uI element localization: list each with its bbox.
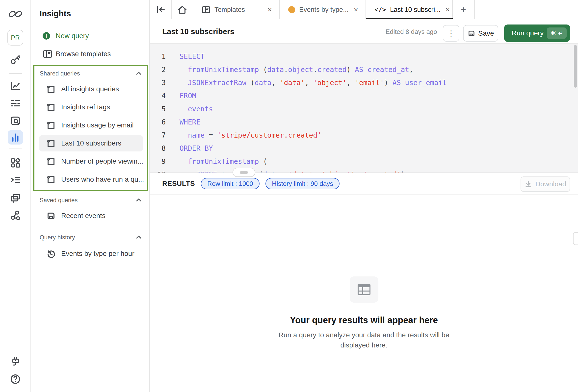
tab-bar: Templates × Events by type... × </> Last… [150, 0, 578, 19]
save-button[interactable]: Save [463, 25, 498, 42]
new-tab-button[interactable]: + [453, 0, 475, 19]
page-title: Last 10 subscribers [162, 20, 234, 44]
tab-label: Templates [214, 6, 245, 14]
chevron-up-icon[interactable] [136, 198, 142, 202]
sidebar-item-events-by-type-per-hour[interactable]: Events by type per hour [39, 246, 143, 262]
explore-search-icon[interactable] [10, 115, 21, 127]
sidebar-item-recent-events[interactable]: Recent events [39, 208, 143, 224]
code-line[interactable]: 6WHERE [150, 116, 578, 129]
run-query-button[interactable]: Run query ⌘ ↵ [504, 25, 570, 42]
item-label: Last 10 subscribers [61, 139, 121, 147]
close-tab-icon[interactable]: × [262, 5, 272, 14]
close-tab-icon[interactable]: × [440, 5, 450, 14]
more-options-button[interactable]: ⋮ [443, 25, 459, 42]
sql-editor[interactable]: 1SELECT2 fromUnixTimestamp (data.object.… [150, 44, 578, 173]
tab-events-by-type[interactable]: Events by type... × [280, 0, 366, 19]
empty-state-tile [350, 276, 378, 303]
new-query-button[interactable]: + New query [31, 29, 149, 43]
shared-query-icon [46, 102, 55, 112]
code-text: WHERE [180, 116, 200, 129]
tab-bar-end-divider [475, 0, 475, 19]
new-query-label: New query [56, 32, 89, 40]
browse-templates-button[interactable]: Browse templates [31, 47, 149, 61]
help-icon[interactable] [10, 373, 21, 385]
line-number: 2 [150, 63, 166, 77]
save-label: Save [478, 29, 494, 37]
code-text: FROM [180, 89, 196, 103]
rail-divider [9, 73, 22, 74]
close-tab-icon[interactable]: × [349, 5, 358, 14]
section-query-history: Query history [40, 234, 75, 241]
item-label: Insights ref tags [61, 103, 110, 111]
code-text: fromUnixTimestamp ( [180, 155, 267, 168]
app-window: PR [0, 0, 578, 392]
results-label: RESULTS [162, 180, 195, 188]
sidebar-item-last-10-subscribers[interactable]: Last 10 subscribers [39, 135, 143, 151]
sidebar-item-number-of-people-viewing[interactable]: Number of people viewin... [39, 153, 143, 170]
home-button[interactable] [172, 0, 193, 19]
query-header: Last 10 subscribers Edited 8 days ago ⋮ … [150, 20, 578, 44]
tab-last-10-subscribers[interactable]: </> Last 10 subscri... × [366, 0, 453, 19]
results-header: RESULTS Row limit : 1000 History limit :… [150, 173, 578, 195]
line-number: 3 [150, 76, 166, 89]
icon-rail: PR [0, 0, 31, 392]
side-panel-handle[interactable] [573, 232, 578, 245]
code-line[interactable]: 9 fromUnixTimestamp ( [150, 155, 578, 168]
code-line[interactable]: 1SELECT [150, 50, 578, 63]
panel-resize-handle[interactable] [233, 168, 255, 177]
code-text: JSONExtractRaw (data, 'data', 'object', … [180, 76, 447, 89]
sidebar-item-insights-ref-tags[interactable]: Insights ref tags [39, 99, 143, 115]
code-text: SELECT [180, 50, 204, 63]
sidebar-title: Insights [40, 9, 71, 18]
sidebar-item-all-insights-queries[interactable]: All insights queries [39, 81, 143, 97]
editor-scrollbar-thumb[interactable] [574, 45, 577, 87]
kebab-icon: ⋮ [447, 29, 455, 38]
saved-query-icon [46, 211, 55, 220]
history-limit-pill[interactable]: History limit : 90 days [265, 178, 339, 189]
item-label: Events by type per hour [61, 250, 135, 258]
code-line[interactable]: 10 JSONExtractInt (data, 'data', 'object… [150, 168, 578, 173]
chevron-up-icon[interactable] [136, 235, 142, 239]
windows-copy-icon[interactable] [10, 192, 21, 204]
shared-query-icon [46, 139, 55, 148]
line-number: 7 [150, 129, 166, 142]
plus-icon: + [461, 4, 466, 15]
code-line[interactable]: 4FROM [150, 89, 578, 103]
line-number: 8 [150, 142, 166, 155]
insights-bar-chart-icon[interactable] [10, 132, 21, 143]
enter-key-icon: ↵ [558, 30, 563, 37]
download-label: Download [535, 180, 566, 188]
trends-chart-icon[interactable] [10, 80, 21, 91]
terminal-logs-icon[interactable] [10, 174, 21, 186]
event-list-icon[interactable] [10, 97, 21, 109]
chevron-up-icon[interactable] [136, 71, 142, 76]
line-number: 1 [150, 50, 166, 63]
code-line[interactable]: 8ORDER BY [150, 142, 578, 155]
sidebar-item-insights-usage-by-email[interactable]: Insights usage by email [39, 117, 143, 133]
collapse-sidebar-button[interactable] [150, 0, 172, 19]
avatar[interactable]: PR [7, 30, 23, 45]
item-label: Recent events [61, 212, 105, 220]
connected-nodes-icon[interactable] [10, 210, 21, 221]
code-text: name = 'stripe/customer.created' [180, 129, 321, 142]
item-label: All insights queries [61, 85, 119, 93]
empty-state-description: Run a query to analyze your data and the… [265, 330, 463, 350]
section-saved-queries: Saved queries [40, 197, 78, 204]
api-keys-icon[interactable] [10, 54, 21, 65]
sidebar-item-users-who-have-run-a-query[interactable]: Users who have run a qu... [39, 171, 143, 188]
save-floppy-icon [467, 29, 475, 37]
code-line[interactable]: 3 JSONExtractRaw (data, 'data', 'object'… [150, 76, 578, 89]
line-number: 4 [150, 89, 166, 103]
apps-icon[interactable] [10, 157, 21, 169]
tab-templates[interactable]: Templates × [193, 0, 280, 19]
download-button[interactable]: Download [521, 176, 570, 192]
code-line[interactable]: 2 fromUnixTimestamp (data.object.created… [150, 63, 578, 77]
integrations-plug-icon[interactable] [10, 356, 21, 367]
code-line[interactable]: 7 name = 'stripe/customer.created' [150, 129, 578, 142]
templates-icon [43, 49, 52, 59]
code-text: ORDER BY [180, 142, 213, 155]
app-logo-icon[interactable] [7, 8, 23, 20]
resize-grip-icon [240, 171, 248, 174]
code-line[interactable]: 5 events [150, 102, 578, 116]
row-limit-pill[interactable]: Row limit : 1000 [201, 178, 260, 189]
